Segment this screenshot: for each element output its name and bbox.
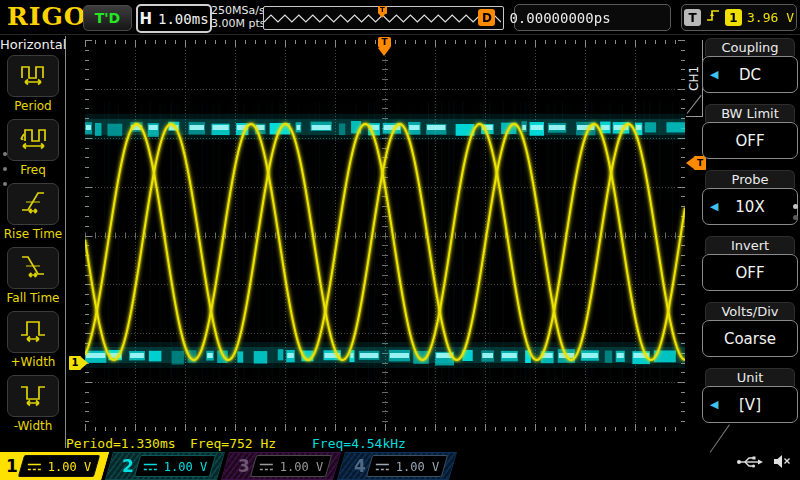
trigger-status-badge: T'D — [83, 5, 132, 31]
delay-box: D 0.00000000ps — [514, 4, 671, 31]
channel-status-bar: 1 1.00 V 2 1.00 V 3 1.00 V 4 1.00 V — [0, 452, 800, 480]
menu-item-label: Fall Time — [0, 291, 66, 306]
h-label: H — [139, 10, 152, 28]
menu-item-label: Period — [0, 99, 66, 114]
left-menu-title: Horizontal — [0, 37, 66, 52]
dc-coupling-icon — [143, 457, 158, 476]
channel-2-status[interactable]: 2 1.00 V — [105, 452, 225, 480]
left-arrow-icon: ◀ — [710, 398, 718, 411]
trigger-edge-icon — [706, 8, 720, 27]
menu-item-label: Rise Time — [0, 227, 66, 242]
menu-item-invert[interactable]: Invert OFF — [702, 236, 798, 291]
usb-icon — [736, 454, 766, 473]
horizontal-measure-menu: Horizontal Period Freq Rise Time Fall Ti… — [0, 36, 66, 439]
menu-item-period[interactable]: Period — [0, 55, 66, 114]
channel-4-status[interactable]: 4 1.00 V — [337, 452, 457, 480]
menu-item-minus-width[interactable]: -Width — [0, 375, 66, 434]
top-status-bar: RIGOL T'D H 1.00ms 250MSa/s 3.00M pts T … — [0, 0, 800, 35]
plus-width-icon — [19, 317, 47, 347]
measurement-freq-ch1: Freq=752 Hz — [190, 436, 276, 451]
menu-item-volts-div[interactable]: Volts/Div Coarse — [702, 302, 798, 357]
oscilloscope-screen: { "header": { "logo": "RIGOL", "trigger_… — [0, 0, 800, 480]
ch1-ground-marker[interactable]: 1 — [69, 356, 88, 370]
rise-time-icon — [19, 189, 47, 219]
sound-muted-icon — [773, 454, 792, 473]
memory-depth: 3.00M pts — [211, 17, 266, 30]
trigger-badge: T — [684, 9, 701, 26]
minus-width-icon — [19, 381, 47, 411]
sample-rate: 250MSa/s — [211, 4, 266, 17]
freq-icon — [19, 125, 47, 155]
menu-item-plus-width[interactable]: +Width — [0, 311, 66, 370]
menu-item-label: Freq — [0, 163, 66, 178]
period-icon — [19, 61, 47, 91]
dc-coupling-icon — [375, 457, 390, 476]
left-menu-scroll-dots — [3, 152, 7, 186]
trigger-box: T 1 3.96 V — [681, 4, 797, 31]
menu-item-probe[interactable]: Probe ◀10X — [702, 170, 798, 225]
menu-item-rise-time[interactable]: Rise Time — [0, 183, 66, 242]
acquisition-info: 250MSa/s 3.00M pts — [211, 4, 266, 30]
system-tray — [736, 454, 792, 473]
channel-1-status[interactable]: 1 1.00 V — [0, 452, 109, 480]
menu-item-label: +Width — [0, 355, 66, 370]
dc-coupling-icon — [27, 457, 42, 476]
memory-trigger-position-icon[interactable]: T — [378, 6, 387, 14]
measurement-period-ch1: Period=1.330ms — [66, 436, 176, 451]
menu-item-fall-time[interactable]: Fall Time — [0, 247, 66, 306]
trigger-source-badge: 1 — [725, 9, 742, 26]
trigger-level-value: 3.96 V — [747, 10, 794, 25]
menu-item-label: -Width — [0, 419, 66, 434]
waveform-memory-strip: T — [263, 6, 504, 30]
delay-value: 0.00000000ps — [509, 10, 610, 26]
timebase-value: 1.00ms — [158, 11, 209, 27]
right-menu-channel-tab: CH1 — [686, 40, 703, 117]
menu-item-freq[interactable]: Freq — [0, 119, 66, 178]
right-menu-page-dots — [793, 204, 798, 220]
left-arrow-icon: ◀ — [710, 68, 718, 81]
scope-canvas — [85, 40, 685, 431]
menu-item-unit[interactable]: Unit ◀[V] — [702, 368, 798, 423]
ch1-ground-arrow-icon — [81, 357, 88, 369]
horizontal-timebase-box: H 1.00ms — [136, 4, 212, 33]
channel-3-status[interactable]: 3 1.00 V — [221, 452, 341, 480]
left-arrow-icon: ◀ — [710, 200, 718, 213]
dc-coupling-icon — [259, 457, 274, 476]
delay-badge: D — [478, 9, 495, 26]
measurement-freq-ch2: Freq=4.54kHz — [312, 436, 406, 451]
fall-time-icon — [19, 253, 47, 283]
trigger-position-marker[interactable]: T — [378, 37, 391, 48]
menu-item-bw-limit[interactable]: BW Limit OFF — [702, 104, 798, 159]
trigger-level-arrow-icon — [686, 157, 694, 169]
menu-item-coupling[interactable]: Coupling ◀DC — [702, 38, 798, 93]
ch1-settings-menu: Coupling ◀DC BW Limit OFF Probe ◀10X Inv… — [702, 38, 798, 434]
